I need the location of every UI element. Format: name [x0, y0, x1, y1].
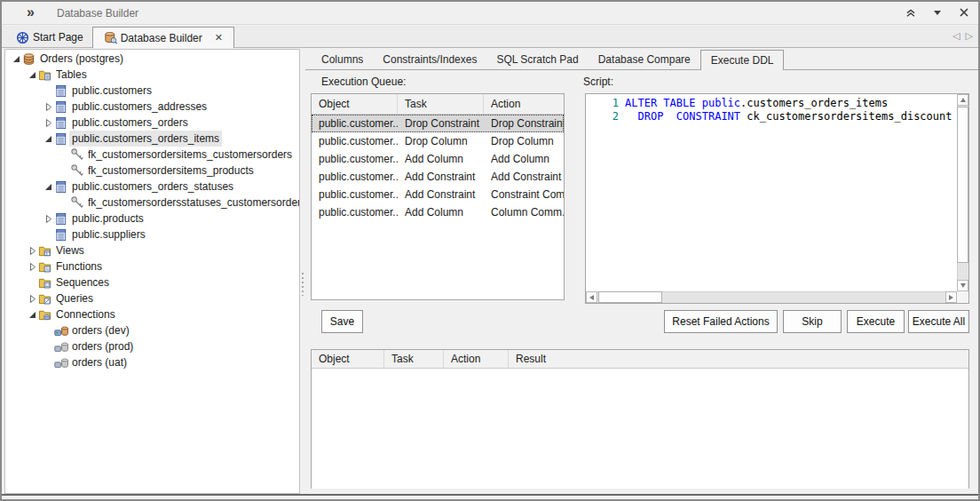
panel-tab-bar: ColumnsConstraints/IndexesSQL Scratch Pa… — [305, 50, 980, 70]
tree-item-orders-prod-[interactable]: orders (prod) — [5, 338, 299, 354]
skip-button[interactable]: Skip — [783, 310, 842, 333]
tree-expanded-icon[interactable] — [42, 183, 54, 191]
doc-tab-label: Start Page — [33, 31, 83, 44]
tree-item-label: Queries — [53, 290, 96, 306]
tree-item-orders-dev-[interactable]: orders (dev) — [5, 322, 299, 338]
tree-item-queries[interactable]: Queries — [5, 290, 299, 306]
vertical-scroll-thumb[interactable] — [957, 107, 968, 263]
tab-scroll-back-icon[interactable]: ◁ — [952, 30, 960, 42]
tree-expanded-icon[interactable] — [26, 311, 38, 319]
tree-item-label: public.customers_orders — [69, 115, 191, 131]
tree-item-public-customers[interactable]: public.customers — [5, 83, 299, 99]
tree-collapsed-icon[interactable] — [42, 119, 54, 127]
tree-item-public-products[interactable]: public.products — [5, 211, 299, 227]
script-editor[interactable]: 1ALTER TABLE public.customers_orders_ite… — [585, 93, 969, 304]
queue-cell-task: Add Constraint — [398, 186, 484, 203]
queue-row[interactable]: public.customer...Add ColumnColumn Comm.… — [312, 203, 564, 221]
tree-item-views[interactable]: Views — [5, 243, 299, 258]
tree-collapsed-icon[interactable] — [42, 215, 54, 223]
tree-item-label: fk_customersordersstatuses_customersorde… — [85, 195, 300, 211]
scroll-left-icon[interactable] — [586, 291, 597, 303]
tree-item-label: Functions — [53, 258, 105, 274]
queue-cell-object: public.customer... — [312, 203, 398, 221]
database-icon — [22, 52, 37, 66]
tree-item-functions[interactable]: fxFunctions — [5, 258, 299, 274]
table-icon — [54, 116, 69, 130]
start-page-icon — [16, 31, 29, 44]
queue-cell-action: Drop Constraint — [484, 115, 564, 132]
tree-item-public-customers-orders-statuses[interactable]: public.customers_orders_statuses — [5, 179, 299, 195]
window-overflow-icon[interactable]: » — [27, 4, 35, 20]
tree-expanded-icon[interactable] — [42, 135, 54, 143]
scroll-up-icon[interactable] — [957, 94, 968, 106]
tree-expanded-icon[interactable] — [26, 71, 38, 79]
tree-item-sequences[interactable]: 12Sequences — [5, 274, 299, 290]
tree-collapsed-icon[interactable] — [26, 295, 38, 303]
tree-item-label: Views — [53, 243, 87, 258]
tab-execute-ddl[interactable]: Execute DDL — [700, 50, 785, 70]
tab-sql-scratch-pad[interactable]: SQL Scratch Pad — [486, 51, 588, 69]
table-icon — [54, 100, 69, 114]
save-button[interactable]: Save — [321, 310, 363, 333]
queue-cell-task: Drop Column — [398, 132, 484, 150]
tables-folder-icon — [38, 68, 53, 82]
tree-item-public-customers-orders[interactable]: public.customers_orders — [5, 115, 299, 131]
horizontal-scroll-thumb[interactable] — [598, 291, 662, 303]
tree-expanded-icon[interactable] — [10, 55, 22, 63]
connection-dev-icon — [54, 323, 69, 338]
doc-tab-database-builder[interactable]: Database Builder✕ — [92, 27, 234, 48]
tab-database-compare[interactable]: Database Compare — [589, 51, 700, 69]
script-horizontal-scrollbar[interactable] — [586, 291, 957, 303]
queue-row[interactable]: public.customer...Drop ColumnDrop Column — [312, 132, 564, 150]
queries-folder-icon — [38, 292, 53, 306]
tree-item-fk-customersordersstatuses-customersorders[interactable]: fk_customersordersstatuses_customersorde… — [5, 195, 299, 211]
tree-item-connections[interactable]: Connections — [5, 306, 299, 322]
tree-collapsed-icon[interactable] — [42, 103, 54, 111]
tree-item-label: orders (prod) — [69, 338, 136, 354]
queue-row[interactable]: public.customer...Drop ConstraintDrop Co… — [312, 115, 564, 132]
close-window-icon[interactable] — [957, 5, 971, 20]
tab-scroll-forward-icon[interactable]: ▷ — [966, 30, 973, 42]
tree-item-fk-customersordersitems-products[interactable]: fk_customersordersitems_products — [5, 163, 299, 179]
tree-item-orders-uat-[interactable]: orders (uat) — [5, 354, 299, 370]
sql-code-area[interactable]: 1ALTER TABLE public.customers_orders_ite… — [586, 94, 957, 291]
sequences-folder-icon: 12 — [38, 276, 53, 290]
code-segment-keyword: DROP — [637, 110, 663, 123]
scroll-down-icon[interactable] — [957, 280, 968, 291]
connections-folder-icon — [38, 308, 53, 322]
scroll-right-icon[interactable] — [945, 291, 957, 303]
results-column-header-task: Task — [384, 350, 444, 368]
queue-cell-object: public.customer... — [312, 186, 398, 203]
table-icon — [54, 180, 69, 194]
queue-row[interactable]: public.customer...Add ConstraintAdd Cons… — [312, 168, 564, 186]
script-vertical-scrollbar[interactable] — [957, 94, 968, 291]
close-tab-icon[interactable]: ✕ — [215, 32, 223, 44]
tree-item-public-suppliers[interactable]: public.suppliers — [5, 227, 299, 243]
views-folder-icon — [38, 244, 53, 258]
tree-item-fk-customersordersitems-customersorders[interactable]: fk_customersordersitems_customersorders — [5, 147, 299, 163]
queue-cell-task: Add Column — [398, 203, 484, 221]
window-menu-caret-icon[interactable] — [930, 5, 944, 20]
tab-columns[interactable]: Columns — [312, 51, 373, 69]
code-segment-plain: .customers_orders_items — [740, 97, 888, 110]
tree-item-label: public.customers — [69, 83, 154, 99]
tree-collapsed-icon[interactable] — [26, 247, 38, 255]
queue-row[interactable]: public.customer...Add ConstraintConstrai… — [312, 186, 564, 203]
tab-constraints-indexes[interactable]: Constraints/Indexes — [373, 51, 486, 69]
tree-collapsed-icon[interactable] — [26, 263, 38, 271]
tree-item-orders-postgres-[interactable]: Orders (postgres) — [5, 51, 299, 67]
tree-item-public-customers-addresses[interactable]: public.customers_addresses — [5, 99, 299, 115]
tree-item-label: public.customers_addresses — [69, 99, 209, 115]
table-icon — [54, 228, 69, 242]
tree-item-public-customers-orders-items[interactable]: public.customers_orders_items — [5, 131, 299, 147]
execute-all-button[interactable]: Execute All — [908, 310, 969, 333]
tree-item-tables[interactable]: Tables — [5, 67, 299, 83]
key-icon — [70, 195, 85, 210]
queue-row[interactable]: public.customer...Add ColumnAdd Column — [312, 150, 564, 168]
reset-failed-actions-button[interactable]: Reset Failed Actions — [664, 310, 778, 333]
collapse-window-icon[interactable] — [904, 5, 918, 20]
svg-text:fx: fx — [45, 266, 49, 272]
doc-tab-start-page[interactable]: Start Page — [7, 28, 92, 47]
queue-cell-action: Drop Column — [484, 132, 564, 150]
execute-button[interactable]: Execute — [847, 310, 905, 333]
